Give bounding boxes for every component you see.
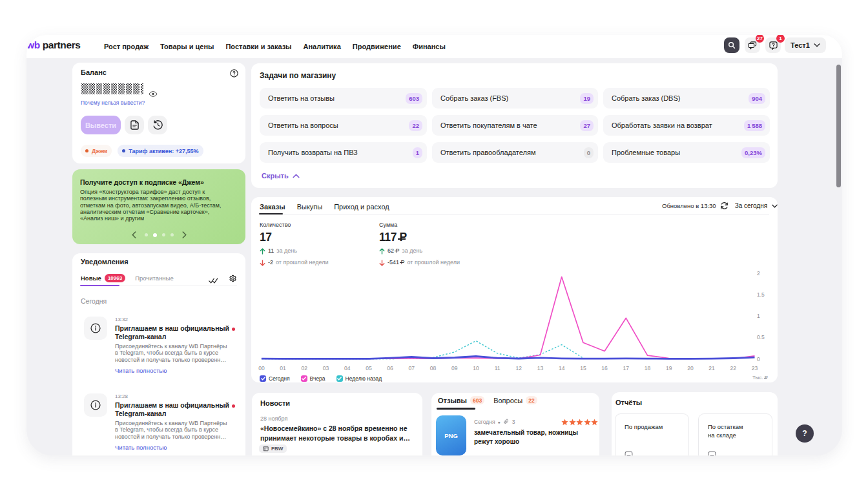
svg-text:06: 06 xyxy=(387,365,393,371)
svg-text:23: 23 xyxy=(752,365,758,371)
svg-text:04: 04 xyxy=(344,365,351,371)
svg-text:12: 12 xyxy=(516,365,522,371)
svg-text:1: 1 xyxy=(757,313,760,319)
svg-text:08: 08 xyxy=(430,365,437,371)
svg-text:15: 15 xyxy=(580,365,586,371)
svg-text:13: 13 xyxy=(537,365,544,371)
svg-text:11: 11 xyxy=(495,365,501,371)
svg-text:01: 01 xyxy=(280,365,286,371)
svg-text:14: 14 xyxy=(559,365,565,371)
svg-text:16: 16 xyxy=(601,365,608,371)
svg-text:18: 18 xyxy=(645,365,651,371)
svg-text:0: 0 xyxy=(757,356,760,362)
svg-text:10: 10 xyxy=(473,365,479,371)
svg-text:09: 09 xyxy=(451,365,458,371)
svg-text:17: 17 xyxy=(623,365,630,371)
svg-text:19: 19 xyxy=(666,365,672,371)
svg-text:20: 20 xyxy=(687,365,694,371)
svg-text:00: 00 xyxy=(258,365,265,371)
svg-text:0.5: 0.5 xyxy=(757,334,765,340)
svg-text:03: 03 xyxy=(323,365,329,371)
svg-text:07: 07 xyxy=(409,365,415,371)
svg-text:2: 2 xyxy=(757,270,760,277)
svg-text:1.5: 1.5 xyxy=(757,291,765,298)
svg-text:02: 02 xyxy=(302,365,308,371)
svg-text:05: 05 xyxy=(366,365,372,371)
svg-text:21: 21 xyxy=(708,365,715,371)
svg-text:22: 22 xyxy=(730,365,737,371)
